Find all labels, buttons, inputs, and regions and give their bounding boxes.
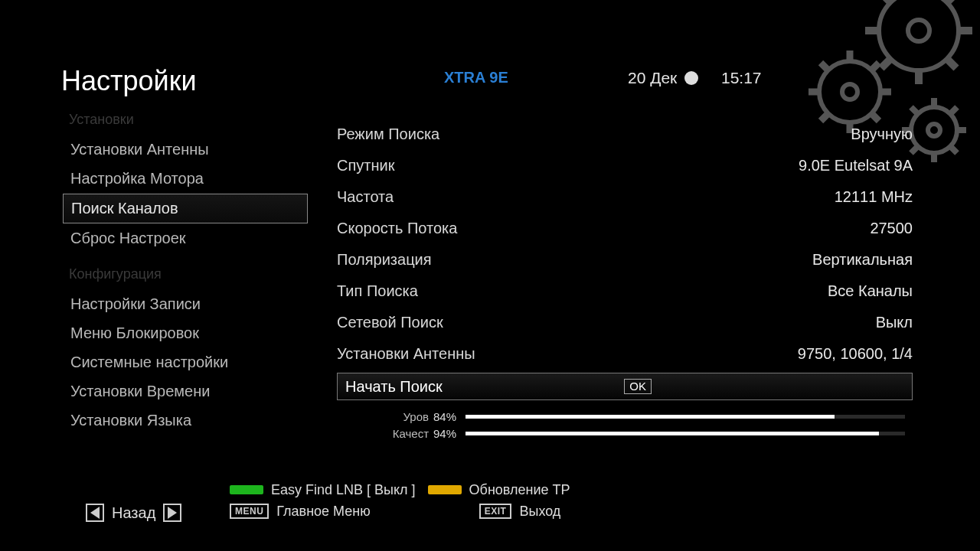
signal-level-bar <box>466 415 905 419</box>
sidebar-item[interactable]: Установки Времени <box>63 377 308 406</box>
green-hint: Easy Find LNB [ Выкл ] <box>271 482 416 498</box>
sidebar-item[interactable]: Установки Языка <box>63 406 308 435</box>
exit-key-icon: EXIT <box>479 504 512 519</box>
page-title: Настройки <box>61 65 197 97</box>
setting-label: Установки Антенны <box>337 345 475 363</box>
setting-label: Режим Поиска <box>337 126 439 143</box>
signal-quality-value: 94% <box>433 427 466 440</box>
setting-label: Сетевой Поиск <box>337 314 443 331</box>
settings-panel: Режим ПоискаВручнуюСпутник9.0E Eutelsat … <box>337 119 913 442</box>
start-search-row[interactable]: Начать Поиск OK <box>337 373 913 400</box>
svg-line-26 <box>950 107 957 114</box>
setting-label: Поляризация <box>337 251 432 269</box>
sidebar-group-install: Установки <box>69 112 308 128</box>
setting-value: Вертикальная <box>812 251 913 269</box>
green-button-icon <box>230 485 263 494</box>
ok-badge: OK <box>624 379 652 394</box>
setting-label: Скорость Потока <box>337 220 457 237</box>
sidebar-item[interactable]: Системные настройки <box>63 348 308 377</box>
sidebar-item[interactable]: Поиск Каналов <box>63 194 308 223</box>
setting-label: Частота <box>337 188 394 206</box>
sidebar: УстановкиУстановки АнтенныНастройка Мото… <box>63 107 308 435</box>
nav-back[interactable]: Назад <box>86 504 181 522</box>
clock-icon <box>684 71 698 85</box>
setting-value: Выкл <box>876 314 913 331</box>
setting-row[interactable]: Сетевой ПоискВыкл <box>337 307 913 338</box>
setting-value: 12111 MHz <box>835 188 913 206</box>
header-time: 15:17 <box>721 69 762 87</box>
sidebar-item[interactable]: Настройки Записи <box>63 290 308 318</box>
svg-line-27 <box>911 107 918 114</box>
left-arrow-icon <box>86 504 104 522</box>
signal-quality-row: Качест 94% <box>337 425 913 442</box>
svg-point-10 <box>819 61 880 122</box>
signal-level-label: Уров <box>337 410 433 423</box>
signal-quality-label: Качест <box>337 427 433 440</box>
setting-row[interactable]: Спутник9.0E Eutelsat 9A <box>337 150 913 181</box>
yellow-button-icon <box>428 485 462 494</box>
svg-line-8 <box>947 59 956 68</box>
signal-level-value: 84% <box>433 410 466 423</box>
setting-value: 9.0E Eutelsat 9A <box>799 157 913 174</box>
sidebar-item[interactable]: Установки Антенны <box>63 135 308 164</box>
svg-point-0 <box>879 0 959 70</box>
svg-point-20 <box>911 107 957 153</box>
date-text: 20 Дек <box>628 69 677 86</box>
setting-row[interactable]: Скорость Потока27500 <box>337 213 913 244</box>
svg-line-16 <box>871 63 879 70</box>
svg-line-6 <box>947 0 956 2</box>
yellow-hint: Обновление ТР <box>469 482 570 498</box>
setting-row[interactable]: ПоляризацияВертикальная <box>337 244 913 276</box>
setting-value: 9750, 10600, 1/4 <box>798 345 913 363</box>
svg-point-11 <box>842 84 858 99</box>
menu-hint: Главное Меню <box>276 504 370 520</box>
svg-line-7 <box>881 0 890 2</box>
signal-quality-bar <box>466 432 905 435</box>
signal-level-row: Уров 84% <box>337 408 913 425</box>
sidebar-item[interactable]: Меню Блокировок <box>63 319 308 347</box>
right-arrow-icon <box>163 504 181 522</box>
svg-line-28 <box>950 146 957 153</box>
setting-label: Тип Поиска <box>337 282 418 300</box>
setting-row[interactable]: Частота12111 MHz <box>337 181 913 213</box>
header-date: 20 Дек <box>628 69 698 87</box>
setting-value: Вручную <box>851 126 913 143</box>
sidebar-group-config: Конфигурация <box>69 266 308 282</box>
start-search-label: Начать Поиск <box>345 378 443 396</box>
nav-back-label: Назад <box>112 504 155 522</box>
sidebar-item[interactable]: Настройка Мотора <box>63 165 308 193</box>
svg-line-9 <box>881 59 890 68</box>
footer-hints: Easy Find LNB [ Выкл ] Обновление ТР MEN… <box>230 479 919 522</box>
setting-value: Все Каналы <box>828 282 913 300</box>
setting-value: 27500 <box>870 220 913 237</box>
exit-hint: Выход <box>519 504 560 520</box>
setting-label: Спутник <box>337 157 394 174</box>
sidebar-item[interactable]: Сброс Настроек <box>63 224 308 253</box>
svg-point-1 <box>908 20 929 41</box>
svg-line-17 <box>821 63 828 70</box>
svg-point-21 <box>928 124 940 136</box>
setting-row[interactable]: Режим ПоискаВручную <box>337 119 913 150</box>
source-label: XTRA 9E <box>444 69 508 86</box>
menu-key-icon: MENU <box>230 504 269 519</box>
setting-row[interactable]: Установки Антенны9750, 10600, 1/4 <box>337 338 913 370</box>
setting-row[interactable]: Тип ПоискаВсе Каналы <box>337 276 913 307</box>
